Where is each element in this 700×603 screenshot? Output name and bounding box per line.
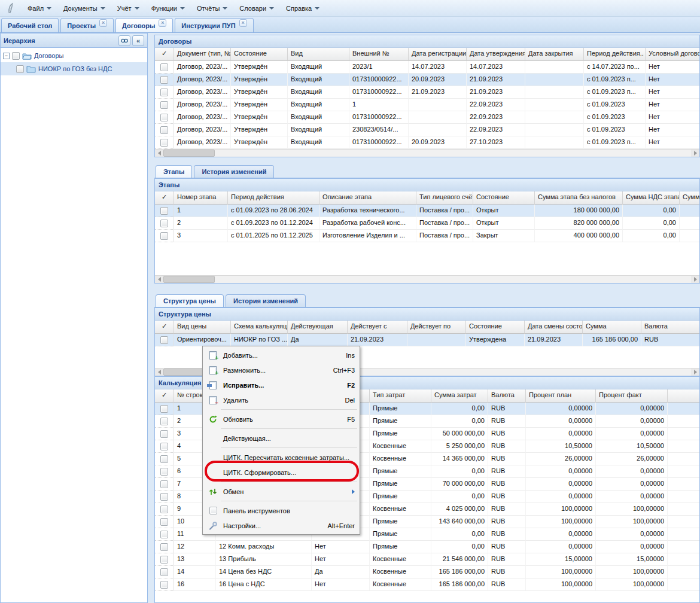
table-row[interactable]: 1212 Комм. расходыНетПрямые0,00RUB0,0000… <box>155 541 699 553</box>
menu-item-toolbar[interactable]: Панель инструментов <box>203 503 360 518</box>
column-header[interactable]: Сумма <box>583 321 641 334</box>
menu-item-delete[interactable]: Удалить Del <box>203 392 360 407</box>
table-row[interactable]: 1616 Цена с НДСНетКосвенные165 186 000,0… <box>155 578 699 591</box>
row-checkbox[interactable] <box>160 63 168 71</box>
tree-node-contracts[interactable]: − Договоры <box>1 49 147 62</box>
row-checkbox[interactable] <box>160 493 168 501</box>
menu-item-current[interactable]: Действующая... <box>203 431 360 446</box>
scroll-left-icon[interactable] <box>155 150 163 157</box>
column-header[interactable]: Вид цены <box>174 321 231 334</box>
column-header[interactable]: Схема калькуляци <box>231 321 288 334</box>
menu-item-refresh[interactable]: Обновить F5 <box>203 412 360 427</box>
scrollbar-thumb[interactable] <box>163 276 215 283</box>
column-header[interactable]: Описание этапа <box>319 191 416 205</box>
table-row[interactable]: 1414 Цена без НДСДаКосвенные165 186 000,… <box>155 566 699 578</box>
column-header[interactable]: Тип затрат <box>370 389 431 403</box>
menu-functions[interactable]: Функции <box>145 2 191 14</box>
row-checkbox[interactable] <box>160 89 168 96</box>
stages-hscrollbar[interactable] <box>155 275 699 283</box>
menu-reports[interactable]: Отчёты <box>191 2 233 14</box>
row-checkbox[interactable] <box>160 405 168 413</box>
select-all-header[interactable]: ✓ <box>155 191 174 205</box>
column-header[interactable]: Дата закрытия <box>525 48 584 61</box>
row-checkbox[interactable] <box>160 101 168 109</box>
column-header[interactable]: Тип лицевого счёт <box>416 191 473 205</box>
menu-file[interactable]: Файл <box>22 2 57 14</box>
scroll-right-icon[interactable] <box>691 368 699 376</box>
menu-item-exchange[interactable]: Обмен <box>203 484 360 499</box>
tab-contracts[interactable]: Договоры× <box>115 18 173 32</box>
column-header[interactable]: Сумма затрат <box>431 389 488 403</box>
menu-item-citk-recalc[interactable]: ЦИТК. Пересчитать косвенные затраты... <box>203 450 360 465</box>
close-icon[interactable]: × <box>99 19 107 27</box>
menu-documents[interactable]: Документы <box>57 2 111 14</box>
menu-item-duplicate[interactable]: Размножить... Ctrl+F3 <box>203 363 360 377</box>
tab-price-structure[interactable]: Структура цены <box>156 294 224 307</box>
column-header[interactable]: Период действия.. <box>584 48 646 61</box>
column-header[interactable]: Состояние <box>473 191 535 205</box>
scrollbar-thumb[interactable] <box>163 150 215 157</box>
column-header[interactable]: Действует с <box>348 321 407 334</box>
tab-projects[interactable]: Проекты× <box>60 18 114 32</box>
column-header[interactable]: Дата смены состоя <box>525 321 583 334</box>
table-row[interactable]: Договор, 2023/...УтверждёнВходящий122.09… <box>155 99 699 111</box>
tab-stages-history[interactable]: История изменений <box>194 165 274 178</box>
select-all-header[interactable]: ✓ <box>155 48 174 61</box>
menu-help[interactable]: Справка <box>280 2 325 14</box>
row-checkbox[interactable] <box>160 126 168 134</box>
table-row[interactable]: Договор, 2023/...УтверждёнВходящий017310… <box>155 86 699 99</box>
menu-dictionaries[interactable]: Словари <box>233 2 280 14</box>
column-header[interactable]: Сумма НДС этапа <box>623 191 680 205</box>
row-checkbox[interactable] <box>160 468 168 476</box>
tab-stages[interactable]: Этапы <box>156 165 192 178</box>
column-header[interactable]: Документ (тип, № <box>174 48 231 61</box>
column-header[interactable]: Дата регистрации. <box>409 48 467 61</box>
tab-pup-instructions[interactable]: Инструкции ПУП× <box>175 18 253 32</box>
table-row[interactable]: 1313 ПрибыльНетКосвенные21 546 000,00RUB… <box>155 553 699 566</box>
menu-item-settings[interactable]: Настройки... Alt+Enter <box>203 518 360 533</box>
column-header[interactable]: Вид <box>288 48 349 61</box>
row-checkbox[interactable] <box>160 430 168 438</box>
scroll-left-icon[interactable] <box>155 368 163 376</box>
column-header[interactable]: Состояние <box>466 321 525 334</box>
row-checkbox[interactable] <box>160 568 168 576</box>
column-header[interactable]: Процент факт <box>596 389 668 403</box>
table-row[interactable]: 2с 01.09.2023 по 01.12.2024Разработка ра… <box>155 217 699 230</box>
column-header[interactable]: Валюта <box>488 389 526 403</box>
column-header[interactable]: Номер этапа <box>174 191 228 205</box>
table-row[interactable]: Договор, 2023/...УтверждёнВходящий017310… <box>155 136 699 149</box>
menu-item-add[interactable]: Добавить... Ins <box>203 348 360 363</box>
column-header[interactable]: Сумм <box>680 191 699 205</box>
tab-price-history[interactable]: История изменений <box>226 294 306 307</box>
tab-desktop[interactable]: Рабочий стол <box>1 18 59 32</box>
column-header[interactable]: Сумма этапа без налогов <box>535 191 623 205</box>
tree-checkbox[interactable] <box>12 52 20 60</box>
row-checkbox[interactable] <box>160 531 168 538</box>
table-row[interactable]: Договор, 2023/...УтверждёнВходящий017310… <box>155 111 699 124</box>
row-checkbox[interactable] <box>160 543 168 551</box>
column-header[interactable]: Внешний № <box>349 48 409 61</box>
row-checkbox[interactable] <box>160 220 168 227</box>
row-checkbox[interactable] <box>160 207 168 215</box>
table-row[interactable]: Договор, 2023/...УтверждёнВходящий2023/1… <box>155 61 699 74</box>
menu-accounting[interactable]: Учёт <box>111 2 145 14</box>
scroll-right-icon[interactable] <box>691 276 699 283</box>
row-checkbox[interactable] <box>160 480 168 488</box>
row-checkbox[interactable] <box>160 505 168 513</box>
column-header[interactable]: Действующая <box>288 321 348 334</box>
select-all-header[interactable]: ✓ <box>155 321 174 334</box>
menu-item-citk-form[interactable]: ЦИТК. Сформировать... <box>203 465 360 480</box>
contracts-hscrollbar[interactable] <box>155 149 699 157</box>
row-checkbox[interactable] <box>160 455 168 463</box>
column-header[interactable] <box>668 389 699 403</box>
row-checkbox[interactable] <box>160 336 168 344</box>
row-checkbox[interactable] <box>160 556 168 564</box>
search-icon[interactable] <box>118 35 130 46</box>
row-checkbox[interactable] <box>160 518 168 526</box>
table-row[interactable]: 1с 01.09.2023 по 28.06.2024Разработка те… <box>155 205 699 217</box>
column-header[interactable]: Действует по <box>407 321 466 334</box>
column-header[interactable]: Процент план <box>526 389 596 403</box>
row-checkbox[interactable] <box>160 139 168 147</box>
table-row[interactable]: 3с 01.01.2025 по 01.12.2025Изготовление … <box>155 230 699 242</box>
column-header[interactable]: Условный догово <box>646 48 699 61</box>
